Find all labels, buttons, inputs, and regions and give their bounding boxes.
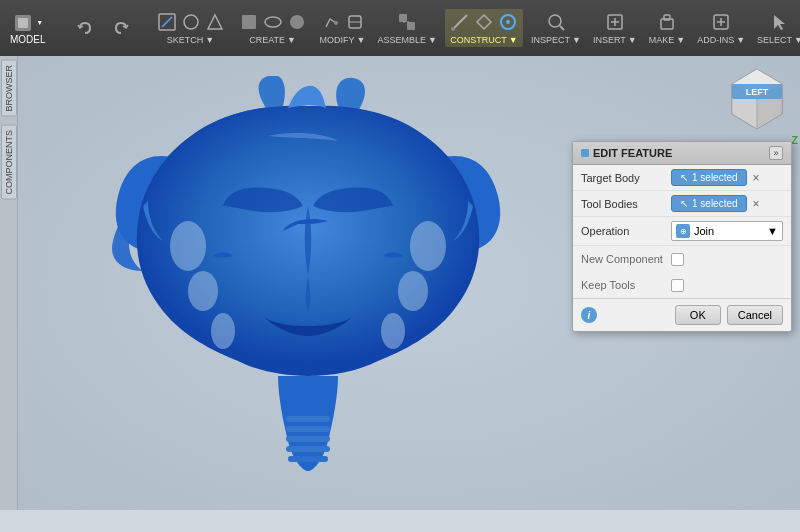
create-group[interactable]: CREATE ▼ (234, 9, 312, 47)
svg-rect-12 (399, 14, 407, 22)
components-tab[interactable]: COMPONENTS (1, 125, 17, 200)
model-icon (12, 12, 34, 34)
model-label: MODEL (10, 34, 46, 45)
construct-group[interactable]: CONSTRUCT ▼ (445, 9, 523, 47)
browser-tab[interactable]: BROWSER (1, 60, 17, 117)
operation-row: Operation ⊕ Join ▼ (573, 217, 791, 246)
new-component-row: New Component (573, 246, 791, 272)
assemble-group[interactable]: ASSEMBLE ▼ (374, 9, 441, 47)
info-button[interactable]: i (581, 307, 597, 323)
redo-button[interactable] (106, 15, 136, 41)
operation-value: Join (694, 225, 714, 237)
insert-group[interactable]: INSERT ▼ (589, 9, 641, 47)
tool-bodies-selected-button[interactable]: ↖ 1 selected (671, 195, 747, 212)
navigation-cube[interactable]: LEFT (722, 64, 792, 134)
svg-marker-17 (477, 15, 491, 29)
operation-dropdown[interactable]: ⊕ Join ▼ (671, 221, 783, 241)
redo-icon (110, 17, 132, 39)
main-viewport-area: BROWSER COMPONENTS (0, 56, 800, 510)
nav-cube-face-label: LEFT (746, 87, 769, 97)
inspect-label: INSPECT (531, 35, 570, 45)
svg-point-31 (188, 271, 218, 311)
keep-tools-label: Keep Tools (581, 279, 671, 291)
svg-rect-39 (286, 446, 330, 452)
sketch-icon-3 (204, 11, 226, 33)
3d-model (68, 76, 548, 506)
svg-point-7 (265, 17, 281, 27)
panel-expand-button[interactable]: » (769, 146, 783, 160)
select-icon (769, 11, 791, 33)
keep-tools-checkbox[interactable] (671, 279, 684, 292)
sketch-group[interactable]: SKETCH ▼ (152, 9, 230, 47)
addins-group[interactable]: ADD-INS ▼ (693, 9, 749, 47)
tool-bodies-value: 1 selected (692, 198, 738, 209)
assemble-label: ASSEMBLE (378, 35, 427, 45)
undo-button[interactable] (70, 15, 100, 41)
modify-icon-1 (320, 11, 342, 33)
addins-label: ADD-INS (697, 35, 734, 45)
sketch-label: SKETCH (167, 35, 204, 45)
ok-button[interactable]: OK (675, 305, 721, 325)
panel-header[interactable]: EDIT FEATURE » (573, 142, 791, 165)
svg-point-8 (290, 15, 304, 29)
undo-icon (74, 17, 96, 39)
make-icon (656, 11, 678, 33)
svg-point-16 (451, 27, 455, 31)
construct-icon-3 (497, 11, 519, 33)
svg-rect-37 (286, 426, 330, 432)
svg-rect-38 (286, 436, 330, 442)
panel-title: EDIT FEATURE (593, 147, 672, 159)
target-body-selected-button[interactable]: ↖ 1 selected (671, 169, 747, 186)
svg-point-35 (381, 313, 405, 349)
svg-rect-6 (242, 15, 256, 29)
create-icon-3 (286, 11, 308, 33)
keep-tools-row: Keep Tools (573, 272, 791, 298)
make-group[interactable]: MAKE ▼ (645, 9, 689, 47)
target-body-value: 1 selected (692, 172, 738, 183)
target-body-icon: ↖ (680, 172, 688, 183)
modify-icon-2 (344, 11, 366, 33)
new-component-label: New Component (581, 253, 671, 265)
modify-group[interactable]: MODIFY ▼ (316, 9, 370, 47)
tool-bodies-clear-button[interactable]: × (753, 197, 760, 211)
svg-point-33 (410, 221, 446, 271)
main-toolbar: ▼ MODEL SKETCH ▼ (0, 0, 800, 56)
operation-chevron-icon: ▼ (767, 225, 778, 237)
target-body-clear-button[interactable]: × (753, 171, 760, 185)
create-icon-1 (238, 11, 260, 33)
panel-footer: i OK Cancel (573, 298, 791, 331)
construct-icon-2 (473, 11, 495, 33)
target-body-row: Target Body ↖ 1 selected × (573, 165, 791, 191)
assemble-icon (396, 11, 418, 33)
tool-bodies-label: Tool Bodies (581, 198, 671, 210)
cancel-button[interactable]: Cancel (727, 305, 783, 325)
target-body-label: Target Body (581, 172, 671, 184)
tool-bodies-row: Tool Bodies ↖ 1 selected × (573, 191, 791, 217)
sketch-icon-1 (156, 11, 178, 33)
insert-label: INSERT (593, 35, 626, 45)
select-label: SELECT (757, 35, 792, 45)
svg-line-21 (560, 26, 564, 30)
tool-bodies-icon: ↖ (680, 198, 688, 209)
svg-line-15 (453, 15, 467, 29)
svg-rect-26 (664, 15, 670, 20)
new-component-checkbox[interactable] (671, 253, 684, 266)
inspect-group[interactable]: INSPECT ▼ (527, 9, 585, 47)
make-label: MAKE (649, 35, 675, 45)
create-icon-2 (262, 11, 284, 33)
construct-icon-1 (449, 11, 471, 33)
svg-rect-40 (288, 456, 328, 462)
modify-label: MODIFY (320, 35, 355, 45)
model-menu-button[interactable]: ▼ MODEL (4, 8, 52, 49)
footer-buttons: OK Cancel (675, 305, 783, 325)
svg-rect-13 (407, 22, 415, 30)
svg-point-4 (184, 15, 198, 29)
addins-icon (710, 11, 732, 33)
sketch-chevron: ▼ (205, 35, 214, 45)
insert-icon (604, 11, 626, 33)
inspect-icon (545, 11, 567, 33)
svg-point-30 (170, 221, 206, 271)
svg-point-20 (549, 15, 561, 27)
svg-point-19 (506, 20, 510, 24)
select-group[interactable]: SELECT ▼ (753, 9, 800, 47)
